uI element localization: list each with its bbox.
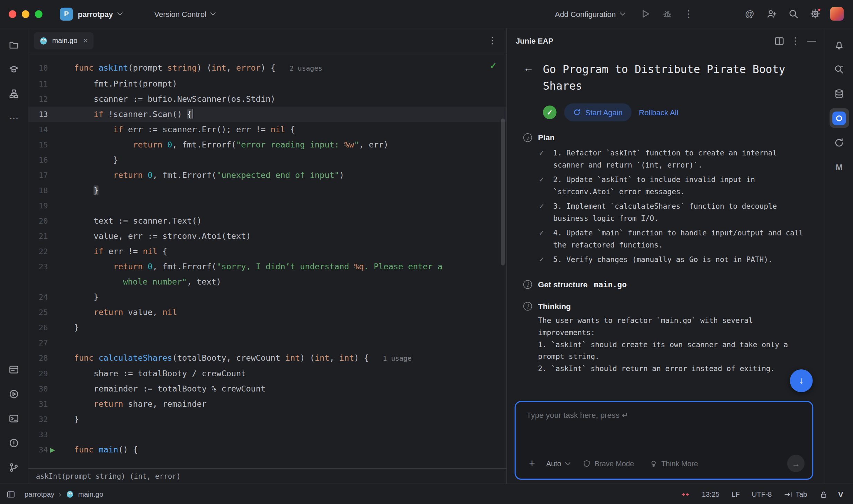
more-toolwindows-button[interactable]: ⋯ [4,108,24,128]
debug-button[interactable] [658,5,675,22]
readonly-toggle[interactable] [814,490,833,498]
left-toolwindow-bar: ⋯ [0,28,28,484]
run-button[interactable] [637,5,654,22]
git-branch-icon [9,462,19,472]
mode-selector[interactable]: Auto [542,459,574,468]
breadcrumb-file[interactable]: main.go [78,490,104,498]
rollback-all-button[interactable]: Rollback All [639,108,679,117]
check-icon: ✓ [539,254,546,266]
code-line: 11 fmt.Print(prompt) [28,76,506,91]
code-line: 31 return share, remainder [28,397,506,412]
thinking-body: The user wants to refactor `main.go` wit… [538,315,811,375]
check-icon: ✓ [539,147,546,171]
run-line-icon[interactable]: ▶ [50,442,55,458]
run-configuration-label: Add Configuration [555,9,616,18]
bug-icon [662,9,672,19]
project-widget[interactable]: P parrotpay [55,5,126,22]
indent-widget[interactable]: Tab [779,490,812,498]
add-user-icon [766,9,776,19]
play-circle-icon [9,389,19,399]
breadcrumb-project[interactable]: parrotpay [25,490,54,498]
terminal-toolwindow-button[interactable] [4,408,24,428]
inspections-ok-icon[interactable]: ✓ [490,61,497,71]
settings-button[interactable] [806,5,824,22]
back-button[interactable]: ← [523,62,536,94]
ai-search-icon [834,64,844,74]
notifications-button[interactable] [829,35,849,55]
close-window-button[interactable] [9,10,16,18]
attach-button[interactable]: + [524,456,540,471]
vim-mode-widget[interactable]: V [835,490,847,498]
send-button[interactable]: → [787,455,805,472]
toolwindow-toggle-button[interactable] [7,490,20,498]
user-avatar[interactable] [828,5,845,22]
version-control-toolwindow-button[interactable] [4,458,24,477]
chevron-down-icon [620,10,626,16]
project-toolwindow-button[interactable] [4,35,24,55]
play-icon [640,9,650,19]
learn-toolwindow-button[interactable] [4,59,24,79]
editor-scrollbar[interactable] [501,119,505,266]
code-line: 29 share := totalBooty / crewCount [28,366,506,381]
editor-options-button[interactable]: ⋮ [484,32,501,49]
brave-mode-toggle[interactable]: Brave Mode [576,459,641,468]
bell-icon [834,39,844,50]
code-editor[interactable]: 10func askInt(prompt string) (int, error… [28,53,506,468]
junie-panel: Junie EAP ⋮ — ← Go Program to Distribute… [506,28,825,484]
split-icon [774,36,784,46]
chevron-down-icon [210,10,216,16]
error-circle-icon [9,438,19,448]
services-toolwindow-button[interactable] [4,384,24,404]
ai-assistant-button[interactable]: @ [741,5,758,22]
run-toolwindow-button[interactable] [4,360,24,379]
indent-label: Tab [796,490,807,498]
tab-main-go[interactable]: main.go ✕ [34,32,93,49]
line-ending-widget[interactable]: LF [727,490,745,498]
junie-options-button[interactable]: ⋮ [788,33,803,48]
start-again-label: Start Again [585,108,623,117]
status-bar: parrotpay › main.go 13:25 LF UTF-8 Tab [0,484,853,504]
ai-search-button[interactable] [829,59,849,79]
code-with-me-button[interactable] [763,5,780,22]
search-icon [788,9,798,19]
think-more-toggle[interactable]: Think More [643,459,704,468]
start-again-button[interactable]: Start Again [564,104,631,122]
makefile-toolwindow-button[interactable]: M [829,157,849,177]
get-structure-label: Get structure [538,280,587,289]
close-tab-icon[interactable]: ✕ [83,37,88,44]
plan-item: ✓4. Update `main` function to handle inp… [539,227,812,251]
run-configuration-selector[interactable]: Add Configuration [555,9,625,18]
scroll-to-bottom-button[interactable]: ↓ [790,369,813,392]
code-line: 19 [28,198,506,213]
caret-position-widget[interactable]: 13:25 [697,490,724,498]
thinking-paragraph: The user wants to refactor `main.go` wit… [538,315,799,339]
plan-item-text: 3. Implement `calculateShares` function … [553,201,810,225]
wrap-indicator-icon[interactable] [676,490,694,498]
plan-item-text: 5. Verify changes (manually as Go is not… [553,254,772,266]
editor-context-bar: askInt(prompt string) (int, error) [28,468,506,484]
split-panel-button[interactable] [771,33,787,48]
junie-toolwindow-button[interactable] [829,108,849,128]
history-toolwindow-button[interactable] [829,133,849,152]
encoding-widget[interactable]: UTF-8 [747,490,776,498]
code-line: 30 remainder := totalBooty % crewCount [28,381,506,397]
main-toolbar: P parrotpay Version Control Add Configur… [0,0,853,28]
info-icon: i [523,133,532,142]
info-icon: i [523,302,532,310]
vcs-widget[interactable]: Version Control [154,9,215,18]
plan-item-text: 4. Update `main` function to handle inpu… [553,227,810,251]
code-line-wrap: whole number", text) [28,274,506,289]
structure-toolwindow-button[interactable] [4,84,24,104]
zoom-window-button[interactable] [35,10,43,18]
database-toolwindow-button[interactable] [829,84,849,104]
tab-indent-icon [784,490,792,498]
thinking-paragraph: 2. `askInt` should return an error inste… [538,363,799,375]
ide-window: P parrotpay Version Control Add Configur… [0,0,853,504]
search-everywhere-button[interactable] [784,5,802,22]
code-line: 20 text := scanner.Text() [28,213,506,228]
problems-toolwindow-button[interactable] [4,433,24,453]
minimize-window-button[interactable] [22,10,29,18]
more-actions-button[interactable]: ⋮ [680,5,697,22]
task-input[interactable] [522,407,806,455]
hide-panel-button[interactable]: — [804,33,819,48]
